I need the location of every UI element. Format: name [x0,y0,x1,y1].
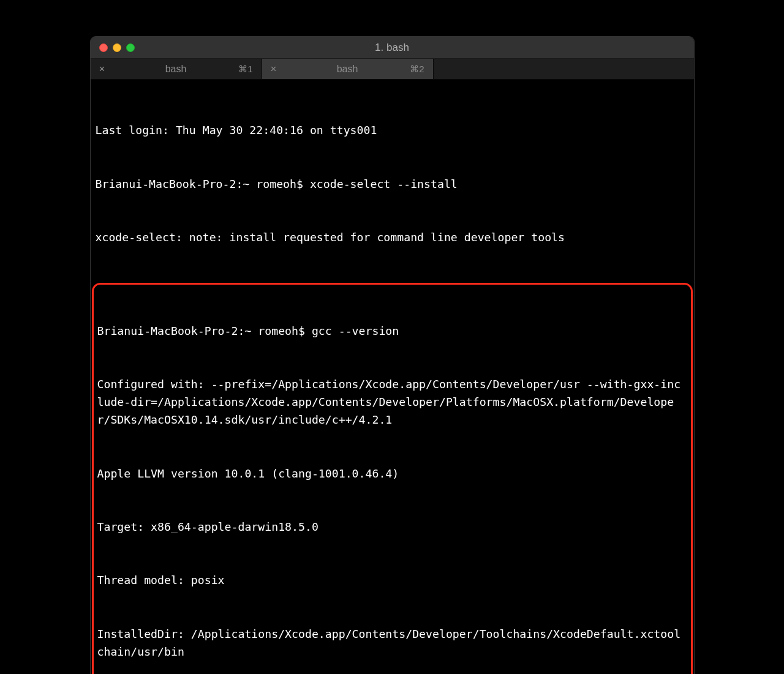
tab-label: bash [337,64,358,75]
tab-bash-1[interactable]: × bash ⌘1 [91,59,262,79]
close-icon[interactable]: × [271,64,282,74]
terminal-line: xcode-select: note: install requested fo… [96,228,689,246]
window-title: 1. bash [375,42,409,54]
traffic-lights [91,43,135,52]
tab-label: bash [165,64,187,75]
terminal-line: Target: x86_64-apple-darwin18.5.0 [97,518,687,536]
terminal-line: InstalledDir: /Applications/Xcode.app/Co… [97,625,687,661]
terminal-line: Thread model: posix [97,571,687,589]
terminal-output[interactable]: Last login: Thu May 30 22:40:16 on ttys0… [91,80,694,674]
terminal-window: 1. bash × bash ⌘1 × bash ⌘2 Last login: … [91,37,694,674]
tab-shortcut: ⌘1 [238,64,252,75]
terminal-line: Last login: Thu May 30 22:40:16 on ttys0… [96,121,689,139]
terminal-line: Brianui-MacBook-Pro-2:~ romeoh$ gcc --ve… [97,322,687,340]
tab-bar: × bash ⌘1 × bash ⌘2 [91,59,694,80]
close-icon[interactable] [99,43,108,52]
terminal-line: Configured with: --prefix=/Applications/… [97,375,687,429]
tab-shortcut: ⌘2 [410,64,424,75]
tab-bash-2[interactable]: × bash ⌘2 [262,59,434,79]
minimize-icon[interactable] [113,43,121,52]
title-bar[interactable]: 1. bash [91,37,694,59]
maximize-icon[interactable] [126,43,135,52]
close-icon[interactable]: × [99,64,110,74]
terminal-line: Brianui-MacBook-Pro-2:~ romeoh$ xcode-se… [96,175,689,193]
highlight-annotation: Brianui-MacBook-Pro-2:~ romeoh$ gcc --ve… [92,283,693,674]
terminal-line: Apple LLVM version 10.0.1 (clang-1001.0.… [97,465,687,482]
